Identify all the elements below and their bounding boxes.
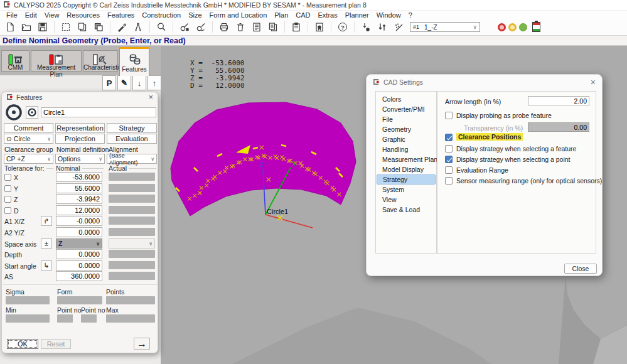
- nav-item-handling[interactable]: Handling: [377, 144, 436, 154]
- print-icon[interactable]: [217, 20, 231, 34]
- tolerance-d-checkbox[interactable]: [4, 207, 11, 214]
- space-axis-toggle-button[interactable]: ±: [41, 238, 52, 249]
- tolerance-z-checkbox[interactable]: [4, 196, 11, 203]
- probe-changer-icon[interactable]: [532, 22, 540, 32]
- space-axis-dropdown[interactable]: Z∨: [56, 238, 102, 249]
- feature-type-dropdown[interactable]: ⊙ Circle ∨: [4, 134, 53, 144]
- clipboard-icon[interactable]: [289, 20, 303, 34]
- start-angle-button[interactable]: ↳: [41, 260, 52, 270]
- approval-stamp-icon[interactable]: [313, 20, 326, 34]
- nominal-d-input[interactable]: [56, 205, 102, 215]
- delete-icon[interactable]: [233, 20, 247, 34]
- menu-construction[interactable]: Construction: [138, 11, 185, 19]
- menu-help[interactable]: ?: [405, 11, 416, 19]
- menu-cad[interactable]: CAD: [292, 11, 314, 19]
- probe-up-down-icon[interactable]: [375, 20, 389, 34]
- brush-icon[interactable]: [115, 20, 129, 34]
- nominal-a2-input[interactable]: [56, 227, 102, 237]
- probe-mode-button[interactable]: P: [102, 75, 116, 90]
- search-icon[interactable]: [154, 20, 168, 34]
- reset-button[interactable]: Reset: [41, 339, 71, 349]
- features-panel-titlebar[interactable]: Features ×: [2, 92, 158, 102]
- point-cloud-icon[interactable]: [392, 20, 405, 34]
- select-region-icon[interactable]: [59, 20, 73, 34]
- probe-selector-dropdown[interactable]: #1 1_-Z ∨: [410, 22, 480, 32]
- menu-size[interactable]: Size: [185, 11, 205, 19]
- tab-measurement-plan[interactable]: Measurement Plan: [31, 50, 82, 72]
- nav-item-system[interactable]: System: [377, 185, 436, 195]
- tolerance-y-checkbox[interactable]: [4, 185, 11, 192]
- move-down-button[interactable]: ↓: [132, 75, 146, 90]
- menu-window[interactable]: Window: [373, 11, 405, 19]
- nav-item-geometry[interactable]: Geometry: [377, 124, 436, 134]
- nominal-a1-input[interactable]: [56, 216, 102, 226]
- feature-name-input[interactable]: [41, 107, 156, 117]
- strategy-button[interactable]: Strategy: [107, 123, 157, 133]
- depth-input[interactable]: [56, 249, 102, 259]
- feature-symbol-button[interactable]: [26, 106, 38, 119]
- menu-plan[interactable]: Plan: [271, 11, 292, 19]
- menu-extras[interactable]: Extras: [314, 11, 341, 19]
- clearance-positions-checkbox[interactable]: [445, 134, 453, 141]
- nav-item-save-load[interactable]: Save & Load: [377, 205, 436, 215]
- save-icon[interactable]: [36, 20, 50, 34]
- tolerance-x-checkbox[interactable]: [4, 174, 11, 181]
- nav-item-strategy[interactable]: Strategy: [377, 174, 436, 185]
- nominal-z-input[interactable]: [56, 194, 102, 204]
- protocol-icon[interactable]: [250, 20, 264, 34]
- ok-button[interactable]: OK: [7, 339, 38, 349]
- tab-cmm[interactable]: CMM: [1, 50, 29, 72]
- cmm-status-yellow-icon[interactable]: [508, 23, 517, 31]
- tab-characteristics[interactable]: Characteristics: [83, 50, 118, 72]
- evaluation-button[interactable]: Evaluation: [107, 134, 157, 144]
- comment-button[interactable]: Comment: [4, 123, 53, 133]
- angular-span-input[interactable]: [56, 271, 102, 281]
- strategy-feature-checkbox[interactable]: [445, 145, 453, 153]
- new-plan-icon[interactable]: [3, 20, 17, 34]
- nominal-x-input[interactable]: [56, 172, 102, 182]
- strategy-point-checkbox[interactable]: [445, 156, 453, 163]
- edit-button[interactable]: ✎: [117, 75, 131, 90]
- menu-file[interactable]: File: [3, 11, 21, 19]
- nav-item-model-display[interactable]: Model Display: [377, 164, 436, 174]
- copy-icon[interactable]: [75, 20, 89, 34]
- nav-item-graphic[interactable]: Graphic: [377, 134, 436, 144]
- move-up-button[interactable]: ↑: [147, 75, 161, 90]
- close-icon[interactable]: ×: [591, 77, 596, 87]
- nav-item-colors[interactable]: Colors: [377, 94, 436, 104]
- nav-item-file[interactable]: File: [377, 114, 436, 124]
- menu-edit[interactable]: Edit: [21, 11, 41, 19]
- menu-form-and-location[interactable]: Form and Location: [206, 11, 271, 19]
- nominal-y-input[interactable]: [56, 183, 102, 193]
- projection-button[interactable]: Projection: [55, 134, 105, 144]
- evaluation-range-checkbox[interactable]: [445, 166, 453, 174]
- sensor-range-checkbox[interactable]: [445, 177, 453, 185]
- paste-icon[interactable]: [92, 20, 105, 34]
- menu-view[interactable]: View: [41, 11, 63, 19]
- cmm-status-red-icon[interactable]: [498, 23, 506, 31]
- arrow-length-input[interactable]: [528, 96, 589, 105]
- nominal-definition-dropdown[interactable]: Options∨: [55, 154, 105, 164]
- probe-temperature-icon[interactable]: [359, 20, 373, 34]
- help-icon[interactable]: ?: [336, 20, 350, 34]
- display-probing-checkbox[interactable]: [445, 112, 453, 119]
- alignment-dropdown[interactable]: (Base Alignment)∨: [107, 154, 157, 164]
- next-feature-button[interactable]: →: [134, 338, 150, 350]
- menu-features[interactable]: Features: [104, 11, 138, 19]
- space-axis-actual-dropdown[interactable]: ∨: [109, 238, 155, 249]
- dialog-titlebar[interactable]: CAD Settings ×: [367, 75, 602, 90]
- open-plan-icon[interactable]: [19, 20, 33, 34]
- clearance-group-dropdown[interactable]: CP +Z∨: [4, 154, 53, 164]
- probe-edit-icon[interactable]: [194, 20, 208, 34]
- compass-icon[interactable]: [131, 20, 145, 34]
- nav-item-view[interactable]: View: [377, 195, 436, 205]
- nav-item-converter-pmi[interactable]: Converter/PMI: [377, 104, 436, 114]
- start-angle-input[interactable]: [56, 260, 102, 270]
- close-icon[interactable]: ×: [148, 94, 153, 100]
- tab-features[interactable]: Features: [119, 47, 149, 76]
- close-button[interactable]: Close: [564, 264, 597, 274]
- menu-planner[interactable]: Planner: [341, 11, 373, 19]
- representation-button[interactable]: Representation: [55, 123, 105, 133]
- probe-qualify-icon[interactable]: [178, 20, 191, 34]
- nav-item-measurement-plan[interactable]: Measurement Plan: [377, 154, 436, 164]
